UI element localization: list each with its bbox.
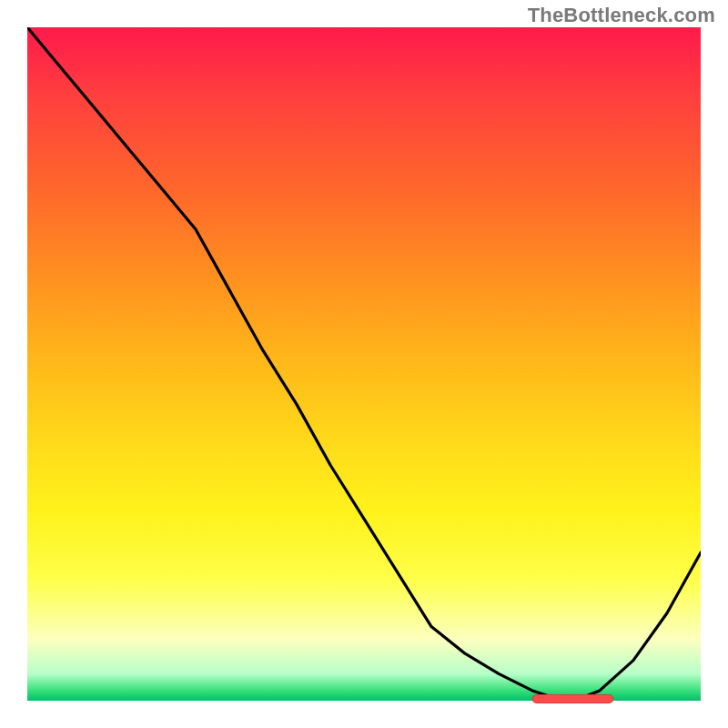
data-curve xyxy=(27,27,701,699)
attribution-text: TheBottleneck.com xyxy=(528,4,715,27)
minimum-marker xyxy=(532,694,613,703)
line-chart xyxy=(27,27,701,701)
chart-container: TheBottleneck.com xyxy=(0,0,728,728)
plot-area xyxy=(27,27,701,701)
